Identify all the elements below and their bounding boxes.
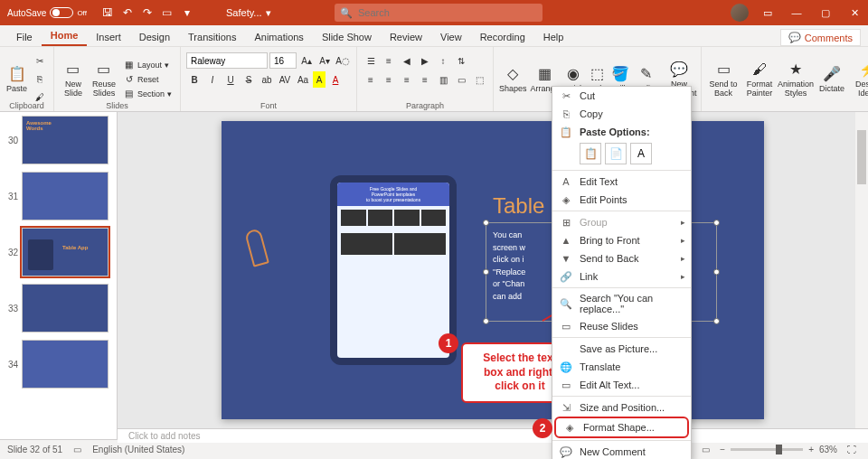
document-title[interactable]: Safety... ▾ bbox=[226, 7, 271, 19]
language-indicator[interactable]: English (United States) bbox=[92, 445, 184, 454]
notes-pane[interactable]: Click to add notes bbox=[118, 428, 868, 443]
dictate-button[interactable]: 🎤Dictate bbox=[816, 49, 848, 109]
tab-file[interactable]: File bbox=[7, 28, 42, 46]
tab-design[interactable]: Design bbox=[130, 28, 179, 46]
menu-copy[interactable]: ⎘Copy bbox=[552, 105, 691, 123]
slide-thumbnail-panel[interactable]: 30 Awesome Words 31 32 Table App 33 34 bbox=[0, 112, 118, 439]
menu-edit-alt-text[interactable]: ▭Edit Alt Text... bbox=[552, 376, 691, 394]
maximize-button[interactable]: ▢ bbox=[812, 0, 839, 25]
paste-use-destination-icon[interactable]: 📄 bbox=[605, 143, 627, 164]
decrease-indent-icon[interactable]: ◀ bbox=[399, 52, 415, 69]
save-icon[interactable]: 🖫 bbox=[101, 6, 114, 19]
tab-view[interactable]: View bbox=[431, 28, 471, 46]
fit-to-window-icon[interactable]: ⛶ bbox=[843, 443, 861, 457]
tab-transitions[interactable]: Transitions bbox=[179, 28, 245, 46]
slide-thumbnail[interactable] bbox=[22, 172, 108, 220]
vertical-scrollbar[interactable] bbox=[855, 112, 868, 428]
char-spacing-icon[interactable]: AV bbox=[277, 71, 293, 88]
menu-size-and-position[interactable]: ⇲Size and Position... bbox=[552, 398, 691, 417]
menu-edit-text[interactable]: AEdit Text bbox=[552, 173, 691, 191]
resize-handle[interactable] bbox=[483, 318, 489, 324]
zoom-out-button[interactable]: − bbox=[720, 445, 725, 454]
font-size-select[interactable] bbox=[269, 52, 297, 69]
scrollbar-thumb[interactable] bbox=[857, 130, 866, 184]
menu-format-shape[interactable]: ◈Format Shape... bbox=[554, 417, 689, 438]
paste-button[interactable]: 📋 Paste bbox=[5, 49, 28, 109]
bold-icon[interactable]: B bbox=[186, 71, 203, 88]
slide-canvas[interactable]: Free Google Slides and PowerPoint templa… bbox=[118, 112, 868, 428]
reset-button[interactable]: ↺Reset bbox=[121, 73, 175, 86]
justify-icon[interactable]: ≡ bbox=[417, 71, 433, 88]
resize-handle[interactable] bbox=[713, 318, 720, 324]
resize-handle[interactable] bbox=[713, 269, 720, 276]
search-box[interactable]: 🔍 bbox=[335, 4, 542, 22]
menu-send-to-back[interactable]: ▼Send to Back▸ bbox=[552, 249, 691, 267]
change-case-icon[interactable]: Aa bbox=[295, 71, 311, 88]
text-direction-icon[interactable]: ⇅ bbox=[453, 52, 469, 69]
slideshow-start-icon[interactable]: ▭ bbox=[161, 6, 174, 19]
slide-counter[interactable]: Slide 32 of 51 bbox=[7, 445, 62, 454]
comments-button[interactable]: 💬 Comments bbox=[780, 29, 861, 46]
paste-text-only-icon[interactable]: A bbox=[630, 143, 652, 164]
format-painter-button[interactable]: 🖌Format Painter bbox=[743, 49, 776, 109]
resize-handle[interactable] bbox=[483, 220, 489, 226]
thumbnail-row[interactable]: 33 bbox=[4, 284, 113, 333]
autosave-toggle[interactable] bbox=[50, 7, 73, 18]
italic-icon[interactable]: I bbox=[204, 71, 221, 88]
shapes-button[interactable]: ◇Shapes bbox=[499, 49, 527, 109]
align-right-icon[interactable]: ≡ bbox=[399, 71, 415, 88]
tablet-image[interactable]: Free Google Slides and PowerPoint templa… bbox=[330, 175, 457, 365]
slide-thumbnail-selected[interactable]: Table App bbox=[22, 228, 108, 276]
zoom-slider-thumb[interactable] bbox=[776, 445, 782, 454]
font-color-icon[interactable]: A bbox=[327, 71, 344, 88]
zoom-in-button[interactable]: + bbox=[808, 445, 814, 454]
user-avatar[interactable] bbox=[731, 4, 749, 22]
accessibility-icon[interactable]: ▭ bbox=[73, 445, 81, 454]
search-input[interactable] bbox=[358, 7, 537, 18]
design-ideas-button[interactable]: ⚡Design Ideas bbox=[852, 49, 868, 109]
new-slide-button[interactable]: ▭ New Slide bbox=[60, 49, 87, 109]
tab-slideshow[interactable]: Slide Show bbox=[313, 28, 381, 46]
menu-bring-to-front[interactable]: ▲Bring to Front▸ bbox=[552, 231, 691, 249]
highlight-icon[interactable]: A bbox=[313, 71, 326, 88]
menu-reuse-slides[interactable]: ▭Reuse Slides bbox=[552, 317, 691, 335]
autosave-control[interactable]: AutoSave Off bbox=[0, 7, 94, 18]
align-left-icon[interactable]: ≡ bbox=[363, 71, 379, 88]
send-to-back-button[interactable]: ▭Send to Back bbox=[707, 49, 740, 109]
paste-keep-source-icon[interactable]: 📋 bbox=[580, 143, 601, 164]
font-name-select[interactable] bbox=[186, 52, 268, 69]
smartart-icon[interactable]: ⬚ bbox=[471, 71, 487, 88]
resize-handle[interactable] bbox=[713, 220, 720, 226]
increase-font-icon[interactable]: A▴ bbox=[298, 52, 315, 69]
thumbnail-row[interactable]: 32 Table App bbox=[4, 228, 113, 276]
reuse-slides-button[interactable]: ▭ Reuse Slides bbox=[90, 49, 118, 109]
close-button[interactable]: ✕ bbox=[841, 0, 868, 25]
redo-icon[interactable]: ↷ bbox=[141, 6, 154, 19]
menu-translate[interactable]: 🌐Translate bbox=[552, 358, 691, 376]
menu-cut[interactable]: ✂Cut bbox=[552, 87, 691, 105]
slide-thumbnail[interactable] bbox=[22, 284, 108, 333]
thumbnail-row[interactable]: 31 bbox=[4, 172, 113, 220]
qat-dropdown-icon[interactable]: ▾ bbox=[181, 6, 193, 19]
align-center-icon[interactable]: ≡ bbox=[381, 71, 397, 88]
underline-icon[interactable]: U bbox=[222, 71, 239, 88]
align-text-icon[interactable]: ▭ bbox=[453, 71, 469, 88]
thumbnail-row[interactable]: 34 bbox=[4, 340, 113, 389]
menu-new-comment[interactable]: 💬New Comment bbox=[552, 443, 691, 459]
undo-icon[interactable]: ↶ bbox=[121, 6, 134, 19]
columns-icon[interactable]: ▥ bbox=[435, 71, 451, 88]
slideshow-view-icon[interactable]: ▭ bbox=[696, 443, 714, 457]
menu-search[interactable]: 🔍Search "You can replace..." bbox=[552, 290, 691, 317]
tab-insert[interactable]: Insert bbox=[87, 28, 130, 46]
tab-help[interactable]: Help bbox=[534, 28, 573, 46]
strikethrough-icon[interactable]: S bbox=[241, 71, 257, 88]
bullets-icon[interactable]: ☰ bbox=[363, 52, 379, 69]
tab-animations[interactable]: Animations bbox=[245, 28, 312, 46]
ribbon-display-icon[interactable]: ▭ bbox=[754, 0, 781, 25]
slide-thumbnail[interactable]: Awesome Words bbox=[22, 116, 108, 164]
layout-button[interactable]: ▦Layout▾ bbox=[121, 59, 175, 71]
minimize-button[interactable]: — bbox=[783, 0, 810, 25]
section-button[interactable]: ▤Section▾ bbox=[121, 88, 175, 100]
animation-styles-button[interactable]: ★Animation Styles bbox=[779, 49, 812, 109]
menu-save-as-picture[interactable]: Save as Picture... bbox=[552, 340, 691, 358]
